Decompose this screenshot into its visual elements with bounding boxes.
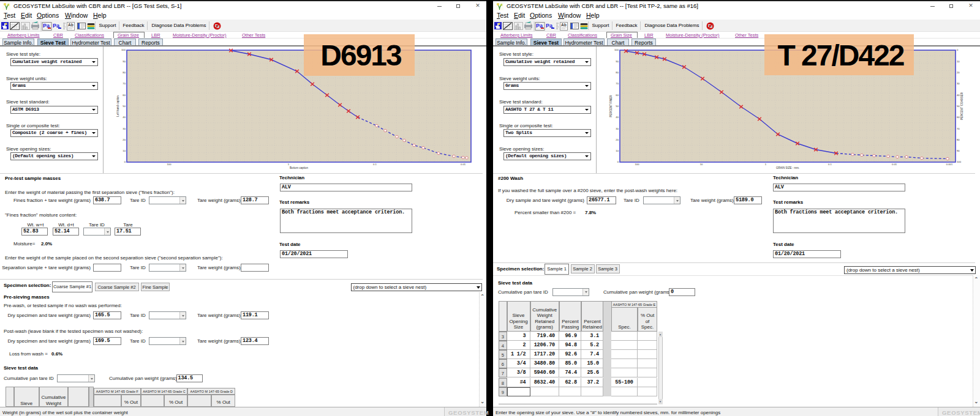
svg-text:0.001: 0.001 (946, 163, 953, 166)
svg-text:50: 50 (957, 104, 960, 107)
svg-text:Left hand caption: Left hand caption (116, 95, 119, 116)
svg-text:70: 70 (123, 82, 126, 85)
svg-text:0: 0 (617, 160, 619, 163)
svg-text:0.01: 0.01 (461, 163, 466, 166)
svg-text:80: 80 (957, 138, 960, 141)
svg-text:40: 40 (957, 93, 960, 96)
svg-text:0.01: 0.01 (892, 163, 897, 166)
svg-text:100: 100 (957, 160, 962, 163)
svg-text:90: 90 (616, 59, 619, 62)
svg-text:40: 40 (616, 116, 619, 119)
svg-text:1: 1 (765, 163, 767, 166)
svg-text:1: 1 (288, 163, 290, 166)
svg-text:30: 30 (957, 82, 960, 85)
svg-text:10: 10 (700, 163, 703, 166)
svg-text:GRAIN SIZE - mm.: GRAIN SIZE - mm. (776, 166, 799, 169)
svg-text:20: 20 (957, 71, 960, 74)
svg-text:PERCENT FINER: PERCENT FINER (609, 94, 612, 117)
svg-text:0: 0 (957, 48, 959, 51)
svg-text:0.1: 0.1 (828, 163, 832, 166)
svg-text:50: 50 (123, 104, 126, 107)
svg-text:Ab: Ab (561, 23, 567, 27)
svg-text:60: 60 (616, 93, 619, 96)
svg-text:50: 50 (616, 104, 619, 107)
svg-text:60: 60 (123, 93, 126, 96)
svg-text:10: 10 (957, 59, 960, 62)
svg-text:40: 40 (123, 116, 126, 119)
svg-text:100: 100 (635, 163, 639, 166)
svg-text:90: 90 (957, 149, 960, 152)
svg-text:30: 30 (616, 127, 619, 130)
svg-text:10: 10 (616, 149, 619, 152)
svg-text:70: 70 (957, 127, 960, 130)
svg-text:0: 0 (124, 160, 126, 163)
svg-text:20: 20 (123, 138, 126, 141)
svg-text:60: 60 (957, 116, 960, 119)
svg-text:70: 70 (616, 82, 619, 85)
svg-text:100: 100 (121, 48, 126, 51)
svg-text:0.1: 0.1 (373, 163, 377, 166)
svg-text:20: 20 (616, 138, 619, 141)
svg-text:PERCENT COARSER: PERCENT COARSER (960, 92, 963, 120)
svg-text:100: 100 (614, 48, 619, 51)
svg-text:100: 100 (167, 163, 172, 166)
svg-text:30: 30 (123, 127, 126, 130)
svg-text:80: 80 (616, 71, 619, 74)
svg-text:10: 10 (123, 149, 126, 152)
svg-text:90: 90 (123, 59, 126, 62)
svg-text:80: 80 (123, 71, 126, 74)
svg-text:Bottom caption: Bottom caption (290, 166, 309, 169)
svg-text:Ab: Ab (68, 23, 74, 27)
